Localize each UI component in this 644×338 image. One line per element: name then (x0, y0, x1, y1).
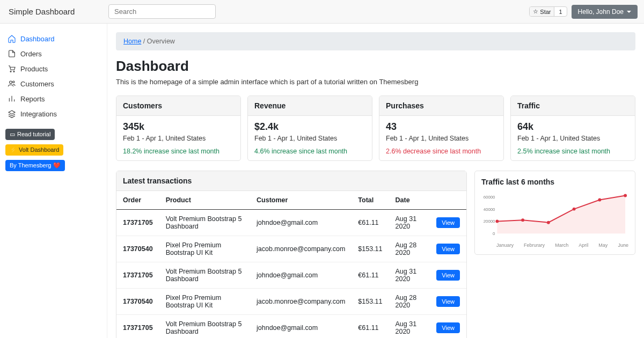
chart-x-label: March (555, 243, 568, 248)
view-button[interactable]: View (436, 244, 460, 254)
file-icon (8, 49, 16, 58)
svg-text:20000: 20000 (484, 219, 495, 224)
svg-point-2 (10, 81, 12, 84)
svg-point-3 (13, 81, 14, 83)
table-row: 17370540 Pixel Pro Premium Bootstrap UI … (116, 236, 466, 262)
svg-point-0 (10, 71, 11, 72)
cell-total: $153.11 (352, 236, 389, 262)
cell-total: €61.11 (352, 210, 389, 236)
stat-change: 2.6% decrease since last month (386, 148, 497, 155)
layers-icon (8, 109, 16, 118)
sidebar-item-label: Dashboard (20, 35, 55, 43)
stat-value: 345k (123, 121, 234, 133)
cell-date: Aug 31 2020 (389, 262, 430, 289)
sidebar-item-label: Orders (20, 50, 42, 58)
view-button[interactable]: View (436, 217, 460, 228)
sidebar-item-products[interactable]: Products (5, 61, 101, 76)
sidebar-item-label: Integrations (20, 110, 57, 118)
cell-customer: johndoe@gmail.com (250, 315, 352, 339)
transactions-table: Order Product Customer Total Date 173717… (116, 191, 466, 338)
cell-order: 17370540 (116, 236, 159, 262)
col-total: Total (352, 191, 389, 210)
cell-product: Volt Premium Bootstrap 5 Dashboard (159, 210, 250, 236)
view-button[interactable]: View (436, 322, 460, 333)
sidebar-item-integrations[interactable]: Integrations (5, 106, 101, 121)
chart-x-label: June (618, 243, 628, 248)
cell-order: 17371705 (116, 262, 159, 289)
star-badge[interactable]: ☆Star 1 (529, 6, 567, 17)
chart-title: Traffic last 6 months (481, 178, 628, 186)
home-icon (8, 34, 16, 43)
view-button[interactable]: View (436, 270, 460, 281)
stat-card: Traffic 64k Feb 1 - Apr 1, United States… (510, 95, 635, 161)
traffic-chart-card: Traffic last 6 months 0200004000060000 J… (474, 171, 635, 255)
col-date: Date (389, 191, 430, 210)
stat-range: Feb 1 - Apr 1, United States (386, 135, 497, 142)
cell-total: €61.11 (352, 315, 389, 339)
stat-value: $2.4k (254, 121, 365, 133)
cell-customer: johndoe@gmail.com (250, 262, 352, 289)
cell-date: Aug 28 2020 (389, 236, 430, 262)
chart-x-label: April (579, 243, 588, 248)
cell-date: Aug 28 2020 (389, 289, 430, 315)
cell-order: 17371705 (116, 315, 159, 339)
page-subtitle: This is the homepage of a simple admin i… (116, 78, 635, 86)
table-row: 17371705 Volt Premium Bootstrap 5 Dashbo… (116, 315, 466, 339)
chevron-down-icon (627, 11, 631, 13)
col-customer: Customer (250, 191, 352, 210)
breadcrumb-home[interactable]: Home (123, 38, 141, 45)
stat-value: 64k (517, 121, 628, 133)
sidebar-item-orders[interactable]: Orders (5, 46, 101, 61)
cell-total: $153.11 (352, 289, 389, 315)
svg-point-11 (573, 208, 576, 211)
view-button[interactable]: View (436, 296, 460, 307)
stat-range: Feb 1 - Apr 1, United States (123, 135, 234, 142)
star-icon: ☆ (533, 8, 538, 15)
traffic-chart: 0200004000060000 (481, 192, 628, 240)
sidebar-item-label: Products (20, 65, 48, 73)
pill-volt-dashboard[interactable]: ⚡ Volt Dashboard (5, 144, 63, 156)
transactions-card: Latest transactions Order Product Custom… (116, 171, 467, 338)
col-order: Order (116, 191, 159, 210)
chart-x-label: January (496, 243, 514, 248)
cart-icon (8, 64, 16, 73)
sidebar: Dashboard Orders Products Customers Repo… (0, 24, 107, 338)
cell-product: Volt Premium Bootstrap 5 Dashboard (159, 262, 250, 289)
cell-customer: jacob.monroe@company.com (250, 236, 352, 262)
svg-point-10 (547, 221, 550, 224)
cell-product: Pixel Pro Premium Bootstrap UI Kit (159, 236, 250, 262)
col-product: Product (159, 191, 250, 210)
stat-change: 18.2% increase since last month (123, 148, 234, 155)
pill-read-tutorial[interactable]: ▭Read tutorial (5, 129, 55, 140)
sidebar-item-label: Customers (20, 80, 54, 88)
sidebar-item-customers[interactable]: Customers (5, 76, 101, 91)
table-row: 17370540 Pixel Pro Premium Bootstrap UI … (116, 289, 466, 315)
sidebar-item-reports[interactable]: Reports (5, 91, 101, 106)
stat-title: Customers (116, 96, 240, 116)
page-title: Dashboard (116, 58, 635, 75)
table-row: 17371705 Volt Premium Bootstrap 5 Dashbo… (116, 262, 466, 289)
svg-point-8 (495, 220, 499, 223)
stat-title: Revenue (248, 96, 372, 116)
stat-value: 43 (386, 121, 497, 133)
svg-point-13 (624, 194, 627, 197)
cell-order: 17370540 (116, 289, 159, 315)
pill-by-themesberg[interactable]: By Themesberg ❤️ (5, 160, 65, 171)
svg-text:0: 0 (493, 231, 495, 236)
sidebar-item-dashboard[interactable]: Dashboard (5, 31, 101, 46)
search-input[interactable] (108, 4, 216, 19)
cell-customer: johndoe@gmail.com (250, 210, 352, 236)
cell-customer: jacob.monroe@company.com (250, 289, 352, 315)
sidebar-item-label: Reports (20, 95, 45, 103)
star-count: 1 (554, 8, 566, 16)
stat-card: Purchases 43 Feb 1 - Apr 1, United State… (379, 95, 504, 161)
brand: Simple Dashboard (6, 7, 108, 16)
cell-date: Aug 31 2020 (389, 315, 430, 339)
table-row: 17371705 Volt Premium Bootstrap 5 Dashbo… (116, 210, 466, 236)
svg-point-12 (598, 199, 601, 202)
cell-date: Aug 31 2020 (389, 210, 430, 236)
cell-total: €61.11 (352, 262, 389, 289)
book-icon: ▭ (10, 131, 15, 137)
user-menu-button[interactable]: Hello, John Doe (572, 5, 638, 19)
svg-point-9 (521, 218, 524, 222)
